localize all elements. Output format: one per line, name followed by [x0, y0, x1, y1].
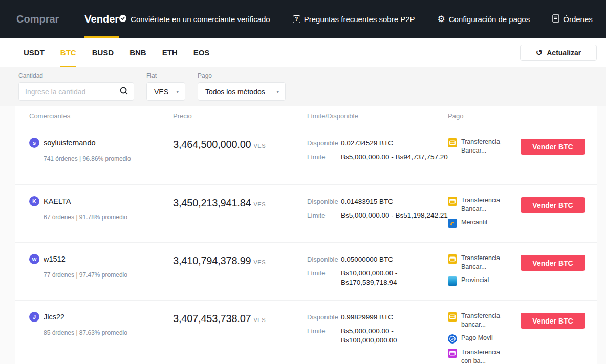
merchant-cell: w w1512 77 órdenes | 97.47% promedio	[29, 254, 173, 279]
payment-method: Transferencia Bancar...	[448, 254, 521, 271]
tab-eos[interactable]: EOS	[193, 38, 210, 67]
orders-label: Órdenes	[563, 15, 593, 24]
merchant-name[interactable]: soyluisfernando	[44, 139, 96, 147]
price-cell: 3,450,213,941.84 VES	[173, 196, 307, 209]
offers-card: Comerciantes Precio Límite/Disponible Pa…	[15, 106, 597, 364]
header-precio: Precio	[173, 112, 307, 120]
payment-method-label: Transferencia Bancar...	[461, 138, 510, 155]
faq-link[interactable]: ? Preguntas frecuentes sobre P2P	[293, 15, 415, 24]
tab-bnb[interactable]: BNB	[129, 38, 146, 67]
payment-value: Todos los métodos	[205, 88, 265, 96]
limite-label: Límite	[307, 327, 341, 345]
bank-card-icon	[448, 197, 457, 206]
search-icon[interactable]	[119, 86, 128, 97]
tab-eth[interactable]: ETH	[162, 38, 178, 67]
crypto-tabs: USDT BTC BUSD BNB ETH EOS	[24, 38, 209, 67]
price-value: 3,450,213,941.84	[173, 197, 251, 209]
price-currency: VES	[254, 317, 266, 323]
avatar: J	[29, 312, 39, 322]
limite-label: Límite	[307, 211, 341, 220]
orders-link[interactable]: Órdenes	[552, 14, 593, 24]
payment-settings-link[interactable]: ⚙ Configuración de pagos	[438, 15, 530, 24]
table-row: s soyluisfernando 741 órdenes | 96.86% p…	[15, 126, 597, 184]
disponible-label: Disponible	[307, 313, 341, 322]
fiat-select[interactable]: VES ▾	[146, 82, 185, 101]
payment-method-label: Mercantil	[461, 218, 487, 227]
payment-list: Transferencia Bancar...Provincial	[448, 254, 521, 286]
merchant-cell: K KAELTA 67 órdenes | 91.78% promedio	[29, 196, 173, 221]
payment-method-label: Transferencia Bancar...	[461, 254, 510, 271]
table-header: Comerciantes Precio Límite/Disponible Pa…	[15, 106, 597, 126]
payment-method: Mercantil	[448, 218, 521, 228]
refresh-icon: ↺	[536, 49, 543, 57]
payment-method: Pago Movil	[448, 334, 521, 344]
merchant-cell: s soyluisfernando 741 órdenes | 96.86% p…	[29, 138, 173, 162]
filter-bar: Cantidad Fiat VES ▾ Pago Todos los métod…	[0, 67, 606, 106]
merchant-name[interactable]: Jlcs22	[44, 313, 64, 321]
tab-btc[interactable]: BTC	[60, 38, 76, 67]
limits-cell: Disponible 0.05000000 BTC Límite Bs10,00…	[307, 254, 448, 288]
limits-cell: Disponible 0.99829999 BTC Límite Bs5,000…	[307, 312, 448, 346]
table-row: K KAELTA 67 órdenes | 91.78% promedio 3,…	[15, 184, 597, 242]
refresh-label: Actualizar	[547, 49, 581, 57]
price-currency: VES	[254, 259, 266, 265]
disponible-label: Disponible	[307, 139, 341, 148]
faq-icon: ?	[293, 15, 300, 23]
refresh-button[interactable]: ↺ Actualizar	[520, 45, 597, 61]
header-pago: Pago	[448, 112, 521, 120]
buy-sell-tabs: Comprar Vender	[16, 0, 119, 38]
payment-list: Transferencia Bancar...Mercantil	[448, 196, 521, 228]
chevron-down-icon: ▾	[276, 89, 279, 94]
merchant-name[interactable]: KAELTA	[44, 197, 71, 205]
merchant-cell: J Jlcs22 85 órdenes | 87.63% promedio	[29, 312, 173, 336]
action-cell: Vender BTC	[521, 138, 585, 155]
payment-label: Pago	[198, 72, 286, 79]
disponible-value: 0.01483915 BTC	[341, 197, 393, 206]
payment-select[interactable]: Todos los métodos ▾	[198, 82, 286, 101]
bank-card-icon	[448, 254, 457, 264]
tab-vender[interactable]: Vender	[84, 0, 119, 38]
merchant-name[interactable]: w1512	[44, 255, 66, 263]
limite-label: Límite	[307, 269, 341, 287]
limits-cell: Disponible 0.02734529 BTC Límite Bs5,000…	[307, 138, 448, 162]
payment-method: Transferencia Bancar...	[448, 196, 521, 213]
verified-merchant-label: Conviértete en un comerciante verificado	[131, 15, 270, 24]
merchant-stats: 77 órdenes | 97.47% promedio	[44, 271, 173, 279]
disponible-label: Disponible	[307, 197, 341, 206]
top-nav-links: Conviértete en un comerciante verificado…	[119, 14, 593, 24]
action-cell: Vender BTC	[521, 312, 585, 329]
verified-badge-icon	[119, 14, 127, 24]
action-cell: Vender BTC	[521, 254, 585, 271]
price-value: 3,407,453,738.07	[173, 313, 251, 325]
bank-card-icon	[448, 138, 457, 147]
bank-card-icon	[448, 312, 457, 322]
tab-comprar[interactable]: Comprar	[16, 0, 59, 38]
sell-btc-button[interactable]: Vender BTC	[521, 255, 585, 271]
payment-method-label: Transferencia Bancar...	[461, 196, 510, 213]
payment-method-label: Pago Movil	[461, 334, 493, 342]
verified-merchant-link[interactable]: Conviértete en un comerciante verificado	[119, 14, 270, 24]
sell-btc-button[interactable]: Vender BTC	[521, 139, 585, 155]
merchant-stats: 67 órdenes | 91.78% promedio	[44, 213, 173, 221]
header-limite-disponible: Límite/Disponible	[307, 112, 448, 120]
payment-method-label: Transferencia bancar...	[461, 312, 510, 329]
amount-label: Cantidad	[18, 72, 134, 79]
action-cell: Vender BTC	[521, 196, 585, 213]
limite-label: Límite	[307, 153, 341, 162]
payment-list: Transferencia bancar...Pago MovilTransfe…	[448, 312, 521, 364]
merchant-stats: 85 órdenes | 87.63% promedio	[44, 329, 173, 336]
sell-btc-button[interactable]: Vender BTC	[521, 197, 585, 213]
payment-method: Transferencia con ba...	[448, 348, 521, 364]
price-value: 3,410,794,378.99	[173, 255, 251, 267]
sell-btc-button[interactable]: Vender BTC	[521, 313, 585, 329]
amount-input[interactable]	[25, 88, 119, 96]
price-currency: VES	[254, 201, 266, 207]
tab-usdt[interactable]: USDT	[24, 38, 45, 67]
amount-filter: Cantidad	[18, 72, 134, 106]
mercantil-icon	[448, 219, 457, 228]
disponible-value: 0.05000000 BTC	[341, 255, 393, 264]
avatar: w	[29, 254, 39, 264]
tab-busd[interactable]: BUSD	[92, 38, 114, 67]
pago-movil-icon	[448, 334, 457, 344]
table-row: J Jlcs22 85 órdenes | 87.63% promedio 3,…	[15, 300, 597, 364]
